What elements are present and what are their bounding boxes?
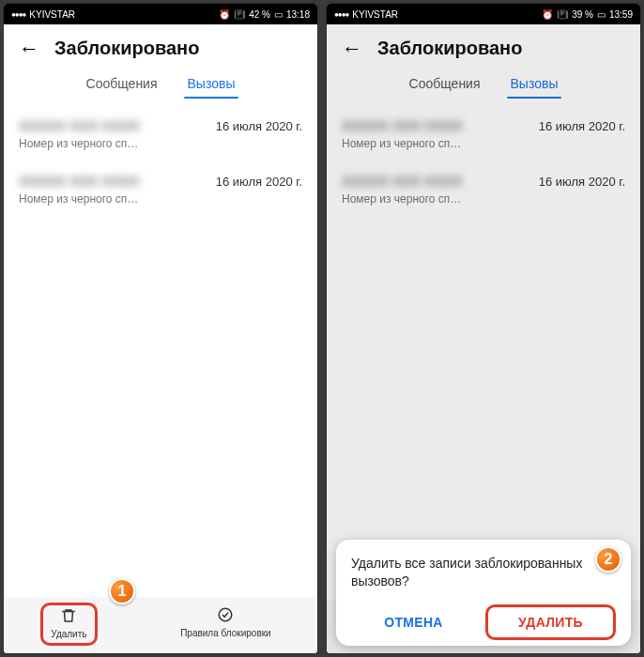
signal-icon: ●●●●: [334, 10, 348, 19]
item-desc: Номер из черного сп…: [342, 137, 462, 150]
rules-button[interactable]: Правила блокировки: [171, 603, 281, 646]
tab-calls[interactable]: Вызовы: [507, 70, 562, 99]
battery-label: 42 %: [249, 9, 270, 20]
confirm-delete-button[interactable]: УДАЛИТЬ: [485, 604, 616, 640]
battery-icon: ▭: [597, 9, 606, 20]
tab-messages[interactable]: Сообщения: [406, 70, 484, 99]
status-bar: ●●●● KYIVSTAR ⏰ 📳 39 % ▭ 13:59: [327, 4, 640, 24]
list-item[interactable]: XXXXX XXX XXXX Номер из черного сп… 16 и…: [19, 163, 302, 219]
svg-point-0: [220, 608, 233, 621]
tabs: Сообщения Вызовы: [4, 65, 317, 99]
battery-label: 39 %: [572, 9, 593, 20]
back-icon[interactable]: ←: [342, 38, 362, 59]
carrier-label: KYIVSTAR: [352, 9, 398, 20]
tab-calls[interactable]: Вызовы: [184, 70, 239, 99]
list-item[interactable]: XXXXX XXX XXXX Номер из черного сп… 16 и…: [19, 108, 302, 163]
item-date: 16 июля 2020 г.: [216, 173, 302, 189]
tab-messages[interactable]: Сообщения: [83, 70, 161, 99]
trash-icon: [60, 607, 77, 627]
alarm-icon: ⏰: [542, 9, 553, 20]
annotation-badge-1: 1: [109, 578, 135, 604]
vibrate-icon: 📳: [234, 9, 245, 20]
carrier-label: KYIVSTAR: [29, 9, 75, 20]
hand-icon: [217, 606, 234, 626]
item-date: 16 июля 2020 г.: [539, 117, 625, 133]
page-title: Заблокировано: [377, 38, 522, 59]
alarm-icon: ⏰: [219, 9, 230, 20]
item-date: 16 июля 2020 г.: [216, 117, 302, 133]
header: ← Заблокировано: [327, 24, 640, 65]
signal-icon: ●●●●: [11, 10, 25, 19]
annotation-badge-2: 2: [595, 546, 621, 573]
phone-number: XXXXX XXX XXXX: [19, 173, 139, 189]
bottom-bar: Удалить Правила блокировки: [4, 597, 317, 653]
back-icon[interactable]: ←: [19, 38, 39, 59]
list-item[interactable]: XXXXX XXX XXXX Номер из черного сп… 16 и…: [342, 163, 625, 219]
phone-number: XXXXX XXX XXXX: [342, 117, 462, 133]
battery-icon: ▭: [274, 9, 283, 20]
item-desc: Номер из черного сп…: [19, 192, 139, 206]
page-title: Заблокировано: [54, 38, 199, 59]
item-desc: Номер из черного сп…: [19, 137, 139, 150]
item-desc: Номер из черного сп…: [342, 192, 462, 206]
confirm-dialog: Удалить все записи заблокированных вызов…: [336, 540, 631, 646]
rules-label: Правила блокировки: [180, 628, 271, 638]
dialog-message: Удалить все записи заблокированных вызов…: [351, 555, 616, 591]
blocked-list: XXXXX XXX XXXX Номер из черного сп… 16 и…: [327, 99, 640, 601]
blocked-list: XXXXX XXX XXXX Номер из черного сп… 16 и…: [4, 99, 317, 597]
header: ← Заблокировано: [4, 24, 317, 65]
cancel-button[interactable]: ОТМЕНА: [351, 605, 476, 639]
vibrate-icon: 📳: [557, 9, 568, 20]
tabs: Сообщения Вызовы: [327, 65, 640, 99]
screenshot-left: ●●●● KYIVSTAR ⏰ 📳 42 % ▭ 13:18 ← Заблоки…: [4, 4, 317, 653]
delete-label: Удалить: [51, 629, 86, 639]
list-item[interactable]: XXXXX XXX XXXX Номер из черного сп… 16 и…: [342, 108, 625, 163]
item-date: 16 июля 2020 г.: [539, 173, 625, 189]
screenshot-right: ●●●● KYIVSTAR ⏰ 📳 39 % ▭ 13:59 ← Заблоки…: [327, 4, 640, 653]
status-bar: ●●●● KYIVSTAR ⏰ 📳 42 % ▭ 13:18: [4, 4, 317, 24]
phone-number: XXXXX XXX XXXX: [342, 173, 462, 189]
phone-number: XXXXX XXX XXXX: [19, 117, 139, 133]
delete-button[interactable]: Удалить: [40, 603, 97, 646]
time-label: 13:18: [286, 9, 310, 20]
time-label: 13:59: [609, 9, 633, 20]
